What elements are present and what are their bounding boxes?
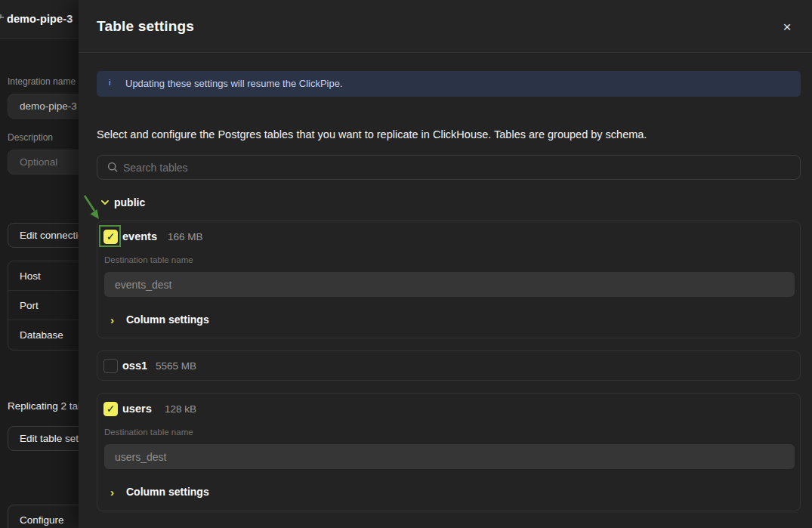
modal-header: Table settings × bbox=[79, 0, 812, 53]
search-input[interactable] bbox=[123, 156, 788, 179]
chevron-right-icon: › bbox=[110, 485, 114, 500]
integration-name-label: Integration name bbox=[8, 76, 76, 87]
table-card-oss1: ✓ oss1 5565 MB bbox=[97, 350, 801, 381]
modal-title: Table settings bbox=[97, 18, 194, 35]
close-icon[interactable]: × bbox=[779, 19, 795, 36]
table-size: 166 MB bbox=[168, 231, 203, 242]
table-size: 128 kB bbox=[165, 403, 196, 415]
table-name: events bbox=[122, 230, 157, 242]
checkbox-events[interactable]: ✓ bbox=[103, 230, 118, 244]
pipe-icon bbox=[0, 12, 6, 26]
info-banner-text: Updating these settings will resume the … bbox=[125, 78, 343, 89]
table-name: oss1 bbox=[122, 360, 147, 372]
info-banner: i Updating these settings will resume th… bbox=[97, 71, 801, 97]
table-card-events: ✓ events 166 MB Destination table name ›… bbox=[97, 221, 801, 338]
chevron-right-icon: › bbox=[110, 313, 114, 328]
destination-table-label: Destination table name bbox=[104, 255, 193, 264]
destination-table-input[interactable] bbox=[104, 444, 795, 469]
schema-name: public bbox=[114, 196, 145, 208]
checkbox-oss1[interactable]: ✓ bbox=[103, 359, 118, 373]
table-card-users: ✓ users 128 kB Destination table name › … bbox=[97, 393, 801, 511]
pipe-title: demo-pipe-3 bbox=[7, 13, 73, 25]
destination-table-input[interactable] bbox=[104, 272, 795, 297]
check-icon: ✓ bbox=[104, 403, 117, 415]
column-settings-label: Column settings bbox=[126, 486, 209, 498]
screen: demo-pipe-3 Integration name Description… bbox=[0, 0, 812, 528]
modal-description: Select and configure the Postgres tables… bbox=[97, 128, 647, 140]
table-size: 5565 MB bbox=[156, 360, 196, 372]
check-icon: ✓ bbox=[104, 230, 117, 243]
description-label: Description bbox=[8, 132, 53, 143]
destination-table-label: Destination table name bbox=[104, 428, 193, 437]
table-settings-modal: Table settings × i Updating these settin… bbox=[79, 0, 812, 528]
checkbox-users[interactable]: ✓ bbox=[103, 402, 118, 416]
chevron-down-icon bbox=[100, 199, 110, 205]
search-box bbox=[97, 155, 801, 180]
info-icon: i bbox=[109, 78, 110, 87]
search-icon bbox=[107, 162, 119, 173]
table-name: users bbox=[122, 403, 152, 415]
column-settings-label: Column settings bbox=[126, 313, 209, 326]
